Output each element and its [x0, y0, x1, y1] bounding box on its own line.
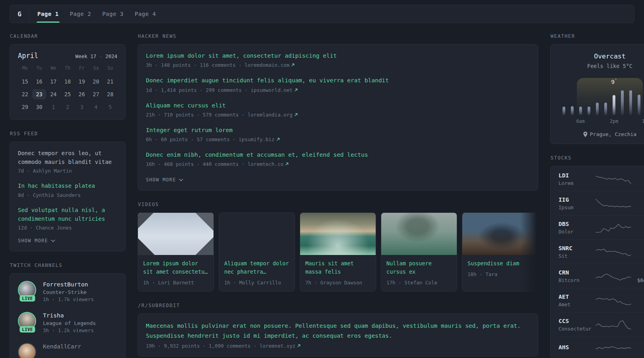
twitch-channel-info: ForrestBurtonCounter-Strike1h · 1.7k vie…	[43, 281, 94, 302]
calendar-day: 4	[89, 102, 103, 112]
rss-item-title[interactable]: Sed volutpat nulla nisl, a condimentum n…	[18, 206, 117, 223]
subreddit-item-title[interactable]: Maecenas mollis pulvinar erat non posuer…	[146, 321, 530, 340]
subreddit-item-domain-link[interactable]: loremnet.xyz	[260, 343, 301, 349]
calendar-day: 26	[75, 89, 89, 99]
stock-name: Lorem	[559, 180, 595, 186]
video-card[interactable]: Aliquam tempor dolor nec pharetra…1h · M…	[219, 212, 295, 292]
stock-row[interactable]: AHS+0.46%	[559, 337, 644, 358]
tab-page-1[interactable]: Page 1	[32, 5, 64, 23]
stock-sparkline	[595, 198, 632, 210]
stock-row[interactable]: AETAmet+0.92%$499.72	[559, 288, 644, 313]
twitch-channel-row[interactable]: LIVETrishaLeague of Legends3h · 1.2k vie…	[18, 312, 117, 333]
tab-page-3[interactable]: Page 3	[97, 5, 129, 23]
rss-item-title[interactable]: In hac habitasse platea	[18, 182, 117, 191]
video-card[interactable]: Suspendisse diam18h · Tara	[462, 212, 538, 292]
calendar-weekday: Tu	[32, 65, 47, 71]
stock-row[interactable]: SNRCSit+1.36%$148.64	[559, 240, 644, 264]
hackernews-item: Aliquam nec cursus elit21h · 710 points …	[146, 101, 530, 118]
stock-row[interactable]: DBSDolor+1.42%$156.28	[559, 216, 644, 240]
twitch-channel-name: KendallCarr	[43, 343, 81, 350]
rss-show-more-button[interactable]: SHOW MORE	[18, 238, 55, 243]
hackernews-item-domain-link[interactable]: loremtech.co	[248, 161, 289, 167]
avatar	[18, 343, 36, 358]
temperature-bar	[604, 103, 607, 115]
app-logo[interactable]: G	[10, 5, 29, 23]
stock-id: IIGIpsum	[559, 197, 595, 210]
video-card[interactable]: Nullam posuere cursus ex17h · Stefan Col…	[381, 212, 457, 292]
temperature-bar	[579, 107, 582, 115]
tab-label: Page 1	[37, 11, 59, 17]
calendar-weekday: We	[46, 65, 60, 71]
hackernews-item-meta: 1d · 1,414 points · 299 comments · ipsum…	[146, 87, 530, 93]
weather-header: WEATHER	[551, 33, 644, 39]
weather-hour-labels: 6am2pm10pm	[563, 119, 644, 125]
twitch-channel-meta: 3h · 1.2k viewers	[43, 327, 96, 333]
video-title[interactable]: Suspendisse diam	[467, 259, 533, 268]
sparkline-chart	[595, 270, 632, 282]
video-title[interactable]: Aliquam tempor dolor nec pharetra…	[224, 259, 289, 276]
subreddit-list: Maecenas mollis pulvinar erat non posuer…	[146, 321, 530, 348]
stock-price: $165.84	[632, 326, 644, 332]
stock-name: Ipsum	[559, 204, 595, 210]
calendar-day: 27	[89, 89, 103, 99]
stock-price: $499.72	[632, 302, 644, 307]
twitch-avatar-wrap: LIVE	[18, 281, 37, 299]
hackernews-item-title[interactable]: Integer eget rutrum lorem	[146, 126, 530, 134]
calendar-day: 15	[18, 76, 32, 87]
tab-page-2[interactable]: Page 2	[64, 5, 97, 23]
stock-row[interactable]: LDILorem+4.35%$795.18	[559, 167, 644, 191]
live-badge: LIVE	[19, 326, 35, 333]
hackernews-item-title[interactable]: Aliquam nec cursus elit	[146, 101, 530, 109]
hackernews-item-domain-link[interactable]: ipsumify.biz	[239, 136, 279, 142]
hackernews-header: HACKER NEWS	[138, 33, 538, 39]
stock-price: $795.18	[632, 180, 644, 186]
map-pin-icon	[583, 132, 588, 137]
tab-page-4[interactable]: Page 4	[129, 5, 162, 23]
calendar-day: 1	[46, 102, 60, 112]
calendar-header: CALENDAR	[10, 33, 126, 39]
calendar-week-year: Week 17 · 2024	[76, 53, 117, 59]
calendar-day: 5	[103, 102, 117, 112]
stock-name: Dolor	[559, 229, 595, 235]
hackernews-item-title[interactable]: Donec enim nibh, condimentum et accumsan…	[146, 151, 530, 159]
calendar-day: 28	[103, 89, 117, 99]
hackernews-item-domain-link[interactable]: loremdomain.com	[244, 62, 295, 68]
rss-item-title[interactable]: Donec tempor eros leo, ut commodo mauris…	[18, 149, 117, 166]
hackernews-widget: HACKER NEWS Lorem ipsum dolor sit amet, …	[138, 33, 538, 191]
weather-feels-like: Feels like 5°C	[558, 63, 644, 69]
stock-id: CCSConsectetur	[559, 318, 595, 332]
video-title[interactable]: Mauris sit amet massa felis	[305, 259, 370, 276]
stock-values: +1.42%$156.28	[632, 221, 644, 235]
hackernews-item-domain-link[interactable]: loremlandia.org	[248, 112, 298, 118]
video-title[interactable]: Nullam posuere cursus ex	[386, 259, 452, 276]
stock-sparkline	[595, 319, 632, 331]
twitch-channel-row[interactable]: KendallCarr	[18, 343, 117, 358]
video-meta: 17h · Stefan Cole	[386, 280, 452, 286]
video-card[interactable]: Mauris sit amet massa felis7h · Grayson …	[300, 212, 376, 292]
hackernews-item-domain-link[interactable]: ipsumworld.net	[250, 87, 297, 93]
hackernews-list: Lorem ipsum dolor sit amet, consectetur …	[146, 52, 530, 167]
video-thumbnail	[219, 213, 295, 255]
video-meta: 1h · Lori Barnett	[143, 280, 208, 286]
stock-row[interactable]: IIGIpsum+2.84%$42.04	[559, 191, 644, 216]
stock-row[interactable]: CCSConsectetur+0.51%$165.84	[559, 313, 644, 337]
rss-widget: RSS FEED Donec tempor eros leo, ut commo…	[10, 131, 126, 251]
calendar-card: April Week 17 · 2024 MoTuWeThFrSaSu 1516…	[10, 44, 126, 120]
rss-header: RSS FEED	[10, 131, 126, 136]
hackernews-item-title[interactable]: Donec imperdiet augue tincidunt felis al…	[146, 76, 530, 84]
video-thumbnail	[300, 213, 376, 255]
stock-ticker: DBS	[559, 221, 595, 227]
hackernews-item-title[interactable]: Lorem ipsum dolor sit amet, consectetur …	[146, 52, 530, 60]
video-card[interactable]: Lorem ipsum dolor sit amet consectetu…1h…	[138, 212, 214, 292]
stock-id: SNRCSit	[559, 245, 595, 259]
stock-row[interactable]: CRNBitcorn-1.00%$66,171.48	[559, 264, 644, 288]
twitch-channel-row[interactable]: LIVEForrestBurtonCounter-Strike1h · 1.7k…	[18, 281, 117, 302]
video-title[interactable]: Lorem ipsum dolor sit amet consectetu…	[143, 259, 208, 276]
sparkline-chart	[595, 222, 632, 234]
hackernews-show-more-button[interactable]: SHOW MORE	[146, 177, 183, 183]
subreddit-item: Maecenas mollis pulvinar erat non posuer…	[146, 321, 530, 348]
video-thumbnail	[138, 213, 213, 255]
right-column: WEATHER Overcast Feels like 5°C 9° 6am2p…	[550, 33, 644, 358]
stock-price: $148.64	[632, 253, 644, 259]
external-link-arrow-icon	[276, 138, 280, 141]
